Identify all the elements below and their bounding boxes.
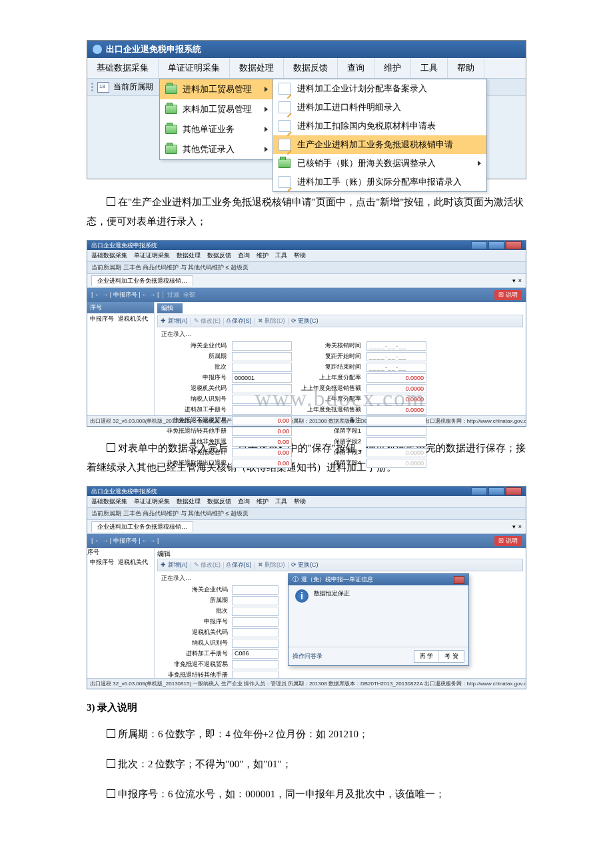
form-value[interactable]: C086 (232, 649, 279, 659)
active-tab[interactable]: 企业进料加工业务免抵退税核销… (91, 275, 193, 286)
form-value[interactable] (232, 660, 279, 669)
maximize-button[interactable] (488, 487, 504, 495)
form-value[interactable] (232, 596, 279, 605)
form-value[interactable] (232, 628, 279, 637)
form-value[interactable] (366, 437, 426, 447)
dialog-button-1[interactable]: 再 学 (414, 651, 440, 662)
dropdown2-item[interactable]: 生产企业进料加工业务免抵退税核销申请 (273, 135, 486, 154)
delete-button[interactable]: ✖ 删除(D) (258, 317, 285, 325)
menu-item[interactable]: 数据反馈 (207, 251, 231, 260)
minimize-button[interactable] (471, 487, 487, 495)
save-button[interactable]: ⎙ 保存(S) (227, 317, 252, 325)
form-value[interactable] (232, 352, 292, 361)
form-value[interactable]: 0.0000 (366, 373, 426, 383)
dropdown2-item[interactable]: 已核销手（账）册海关数据调整录入 (273, 154, 486, 173)
menu-item[interactable]: 帮助 (448, 58, 484, 78)
form-value[interactable]: 0.00 (232, 448, 292, 457)
form-value[interactable] (232, 363, 292, 372)
replace-button[interactable]: ⟳ 更换(C) (291, 561, 318, 569)
menu-item[interactable]: 维护 (374, 58, 411, 78)
tab-dropdown[interactable]: ▾ (512, 277, 516, 284)
form-value[interactable]: 0.0000 (366, 405, 426, 415)
form-value[interactable] (232, 639, 279, 648)
form-value[interactable] (366, 427, 426, 436)
menu-item[interactable]: 帮助 (294, 251, 306, 260)
menu-item[interactable]: 查询 (238, 251, 250, 260)
menu-item[interactable]: 工具 (275, 497, 287, 506)
dialog-button-2[interactable]: 考 资 (439, 651, 464, 662)
dropdown1-item[interactable]: 其他凭证录入 (160, 139, 273, 159)
menu-item[interactable]: 单证证明采集 (134, 497, 170, 506)
edit-tab[interactable]: 编辑 (157, 303, 183, 313)
form-value[interactable]: 0.00 (232, 459, 292, 468)
menu-item[interactable]: 数据反馈 (207, 497, 231, 506)
menu-item[interactable]: 工具 (411, 58, 448, 78)
menu-item[interactable]: 数据反馈 (284, 58, 338, 78)
form-value[interactable] (232, 384, 292, 393)
form-value[interactable]: 0.00 (232, 437, 292, 447)
menu-item[interactable]: 工具 (275, 251, 287, 260)
tab-close[interactable]: × (518, 523, 522, 530)
modify-button[interactable]: ✎ 修改(E) (194, 561, 221, 569)
menu-item[interactable]: 查询 (238, 497, 250, 506)
explain-button[interactable]: ☒ 说明 (494, 290, 522, 300)
menu-item[interactable]: 单证证明采集 (134, 251, 170, 260)
form-value[interactable] (232, 395, 292, 404)
form-value[interactable]: ____-__-__ (366, 363, 426, 372)
menu-item[interactable]: 维护 (257, 251, 269, 260)
nav-controls[interactable]: | ← → | 申报序号 | ← → | (91, 291, 159, 299)
nav-controls[interactable]: | ← → | 申报序号 | ← → | (91, 537, 159, 545)
modify-button[interactable]: ✎ 修改(E) (194, 317, 221, 325)
dialog-close-button[interactable] (454, 576, 464, 584)
minimize-button[interactable] (471, 241, 487, 249)
form-value[interactable]: ____-__-__ (366, 352, 426, 361)
add-button[interactable]: ✚ 新增(A) (161, 317, 188, 325)
delete-button[interactable]: ✖ 删除(D) (258, 561, 285, 569)
add-button[interactable]: ✚ 新增(A) (161, 561, 188, 569)
filter-button[interactable]: 过滤 (167, 291, 179, 299)
save-button[interactable]: ⎙ 保存(S) (227, 561, 252, 569)
menu-item[interactable]: 数据处理 (177, 251, 201, 260)
form-value[interactable] (232, 341, 292, 351)
maximize-button[interactable] (488, 241, 504, 249)
dropdown1-item[interactable]: 其他单证业务 (160, 119, 273, 139)
form-value[interactable] (232, 607, 279, 616)
dropdown1-item[interactable]: 来料加工贸易管理 (160, 99, 273, 119)
close-button[interactable] (506, 487, 522, 495)
form-value[interactable]: 0.0000 (366, 448, 426, 457)
edit-tab[interactable]: 编辑 (157, 549, 523, 559)
replace-button[interactable]: ⟳ 更换(C) (291, 317, 318, 325)
form-value[interactable]: 0.0000 (366, 384, 426, 393)
dropdown2-item[interactable]: 进料加工手（账）册实际分配率申报请录入 (273, 173, 486, 191)
form-value[interactable] (232, 405, 292, 415)
active-tab[interactable]: 企业进料加工业务免抵退税核销… (91, 521, 193, 532)
form-value[interactable]: 0.0000 (366, 459, 426, 468)
form-value[interactable]: ____-__-__ (366, 341, 426, 351)
dropdown1-item[interactable]: 进料加工贸易管理 (160, 79, 273, 99)
form-value[interactable]: 0.0000 (366, 395, 426, 404)
form-value[interactable] (232, 617, 279, 627)
tab-dropdown[interactable]: ▾ (512, 523, 516, 530)
menu-item[interactable]: 维护 (257, 497, 269, 506)
menu-item[interactable]: 基础数据采集 (91, 497, 127, 506)
dropdown2-item[interactable]: 进料加工扣除国内免税原材料申请表 (273, 117, 486, 135)
menu-item[interactable]: 基础数据采集 (91, 251, 127, 260)
form-value[interactable] (366, 416, 426, 425)
form-value[interactable] (232, 585, 279, 595)
menu-item[interactable]: 查询 (338, 58, 374, 78)
form-value[interactable]: 000001 (232, 373, 292, 383)
menu-item[interactable]: 帮助 (294, 497, 306, 506)
dropdown2-item[interactable]: 进料加工企业计划分配率备案录入 (273, 79, 486, 98)
tab-close[interactable]: × (518, 277, 522, 284)
form-value[interactable] (232, 671, 279, 678)
form-value[interactable]: 0.00 (232, 416, 292, 425)
all-button[interactable]: 全部 (183, 291, 195, 299)
menu-item[interactable]: 基础数据采集 (87, 58, 159, 78)
menu-item[interactable]: 单证证明采集 (159, 58, 230, 78)
close-button[interactable] (506, 241, 522, 249)
form-value[interactable]: 0.00 (232, 427, 292, 436)
menu-item[interactable]: 数据处理 (177, 497, 201, 506)
dropdown2-item[interactable]: 进料加工进口料件明细录入 (273, 98, 486, 117)
menu-item[interactable]: 数据处理 (230, 58, 284, 78)
explain-button[interactable]: ☒ 说明 (494, 536, 522, 546)
